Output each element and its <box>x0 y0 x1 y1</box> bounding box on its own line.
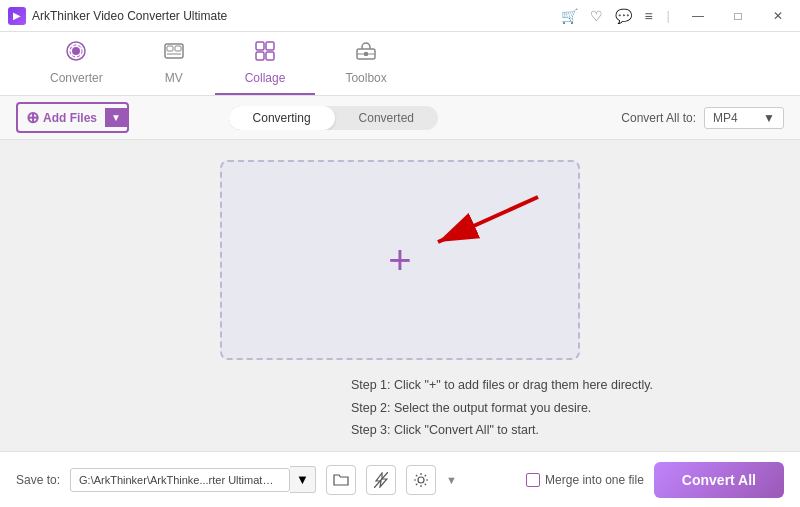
add-plus-icon: + <box>388 240 411 280</box>
plus-circle-icon: ⊕ <box>26 108 39 127</box>
save-to-label: Save to: <box>16 473 60 487</box>
add-files-dropdown-arrow[interactable]: ▼ <box>105 108 127 127</box>
flash-off-button[interactable] <box>366 465 396 495</box>
svg-rect-8 <box>266 42 274 50</box>
svg-line-15 <box>438 197 538 242</box>
arrow-indicator <box>418 192 548 262</box>
instruction-step1: Step 1: Click "+" to add files or drag t… <box>351 374 653 397</box>
convert-all-to: Convert All to: MP4 ▼ <box>621 107 784 129</box>
main-content: + Step 1: Click "+" to add files or drag… <box>0 140 800 495</box>
cart-icon[interactable]: 🛒 <box>561 8 578 24</box>
sub-header: ⊕ Add Files ▼ Converting Converted Conve… <box>0 96 800 140</box>
add-files-main: ⊕ Add Files <box>18 104 105 131</box>
format-chevron-icon: ▼ <box>763 111 775 125</box>
chat-icon[interactable]: 💬 <box>615 8 632 24</box>
merge-checkbox[interactable] <box>526 473 540 487</box>
mv-icon <box>163 40 185 67</box>
title-bar-right: 🛒 ♡ 💬 ≡ | — □ ✕ <box>561 6 792 26</box>
drop-zone[interactable]: + <box>220 160 580 360</box>
tab-converted[interactable]: Converted <box>335 106 438 130</box>
merge-checkbox-group[interactable]: Merge into one file <box>526 473 644 487</box>
svg-rect-7 <box>256 42 264 50</box>
settings-dropdown[interactable]: ▼ <box>446 474 457 486</box>
collage-icon <box>254 40 276 67</box>
format-value: MP4 <box>713 111 738 125</box>
svg-rect-4 <box>167 46 173 51</box>
path-value: G:\ArkThinker\ArkThinke...rter Ultimate\… <box>79 474 279 486</box>
tab-collage[interactable]: Collage <box>215 32 316 95</box>
collage-label: Collage <box>245 71 286 85</box>
nav-tabs: Converter MV Collage <box>0 32 800 96</box>
bottom-bar: Save to: G:\ArkThinker\ArkThinke...rter … <box>0 451 800 507</box>
toolbox-icon <box>355 40 377 67</box>
add-files-label: Add Files <box>43 111 97 125</box>
svg-rect-13 <box>364 52 368 56</box>
title-bar-left: ▶ ArkThinker Video Converter Ultimate <box>8 7 227 25</box>
converting-converted-toggle: Converting Converted <box>229 106 438 130</box>
toolbox-label: Toolbox <box>345 71 386 85</box>
tab-converter[interactable]: Converter <box>20 32 133 95</box>
svg-point-1 <box>72 47 80 55</box>
heart-icon[interactable]: ♡ <box>590 8 603 24</box>
svg-point-17 <box>418 477 424 483</box>
mv-label: MV <box>165 71 183 85</box>
save-path-input[interactable]: G:\ArkThinker\ArkThinke...rter Ultimate\… <box>70 468 290 492</box>
settings-button[interactable] <box>406 465 436 495</box>
format-select-dropdown[interactable]: MP4 ▼ <box>704 107 784 129</box>
instruction-step2: Step 2: Select the output format you des… <box>351 397 653 420</box>
convert-all-to-label: Convert All to: <box>621 111 696 125</box>
converter-icon <box>65 40 87 67</box>
tab-toolbox[interactable]: Toolbox <box>315 32 416 95</box>
converter-label: Converter <box>50 71 103 85</box>
open-folder-button[interactable] <box>326 465 356 495</box>
tab-converting[interactable]: Converting <box>229 106 335 130</box>
convert-all-button[interactable]: Convert All <box>654 462 784 498</box>
app-title: ArkThinker Video Converter Ultimate <box>32 9 227 23</box>
merge-label: Merge into one file <box>545 473 644 487</box>
path-dropdown-arrow[interactable]: ▼ <box>290 466 316 493</box>
instruction-step3: Step 3: Click "Convert All" to start. <box>351 419 653 442</box>
minimize-button[interactable]: — <box>684 6 712 26</box>
instructions: Step 1: Click "+" to add files or drag t… <box>147 374 653 442</box>
svg-rect-9 <box>256 52 264 60</box>
maximize-button[interactable]: □ <box>724 6 752 26</box>
svg-rect-10 <box>266 52 274 60</box>
svg-rect-5 <box>175 46 181 51</box>
title-bar: ▶ ArkThinker Video Converter Ultimate 🛒 … <box>0 0 800 32</box>
add-files-button[interactable]: ⊕ Add Files ▼ <box>16 102 129 133</box>
menu-icon[interactable]: ≡ <box>644 8 652 24</box>
tab-mv[interactable]: MV <box>133 32 215 95</box>
close-button[interactable]: ✕ <box>764 6 792 26</box>
app-icon: ▶ <box>8 7 26 25</box>
